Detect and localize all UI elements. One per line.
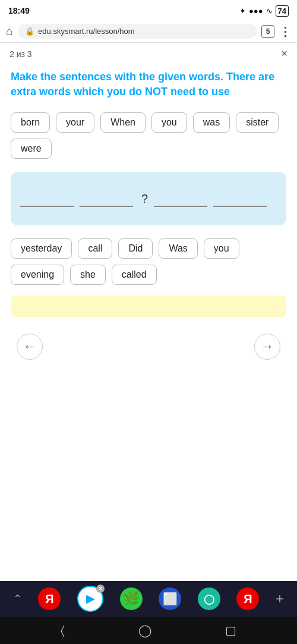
android-back-icon[interactable]: 〈 xyxy=(61,624,65,637)
forward-button[interactable]: → xyxy=(254,334,280,360)
hint-bar xyxy=(11,296,286,317)
word-chip-called[interactable]: called xyxy=(112,265,157,285)
status-time: 18:49 xyxy=(8,6,30,15)
status-bar: 18:49 ✦ ●●● ∿ 74 xyxy=(0,0,297,20)
main-content: Make the sentences with the given words.… xyxy=(0,64,297,581)
word-chip-yesterday[interactable]: yesterday xyxy=(11,238,72,259)
wifi-icon: ∿ xyxy=(266,7,273,15)
android-nav-bar: 〈 ◯ ▢ xyxy=(0,617,297,644)
home-icon[interactable]: ⌂ xyxy=(6,24,13,38)
word-chip-you1[interactable]: you xyxy=(151,112,187,133)
tab-count[interactable]: 5 xyxy=(261,25,274,38)
progress-area: 2 из 3 × xyxy=(0,43,297,64)
lock-icon: 🔒 xyxy=(25,27,34,36)
taskbar-app-play[interactable]: ▶ ✕ xyxy=(77,586,103,612)
back-button[interactable]: ← xyxy=(17,334,43,360)
android-recents-icon[interactable]: ▢ xyxy=(225,623,236,637)
word-chip-was[interactable]: was xyxy=(193,112,230,133)
android-home-icon[interactable]: ◯ xyxy=(138,623,151,637)
word-chips-set2: yesterday call Did Was you evening she c… xyxy=(11,238,286,285)
word-chips-set1: born your When you was sister were xyxy=(11,112,286,159)
taskbar-chevron-icon[interactable]: ⌃ xyxy=(13,592,22,605)
word-chip-were[interactable]: were xyxy=(11,139,52,159)
more-menu-icon[interactable]: ⋮ xyxy=(279,24,291,39)
battery-indicator: 74 xyxy=(276,5,289,17)
answer-slot-2[interactable] xyxy=(80,190,133,207)
url-box[interactable]: 🔒 edu.skysmart.ru/lesson/hom xyxy=(18,24,257,39)
status-icons: ✦ ●●● ∿ 74 xyxy=(239,5,289,17)
word-chip-you2[interactable]: you xyxy=(204,238,239,259)
bluetooth-icon: ✦ xyxy=(239,7,246,15)
close-button[interactable]: × xyxy=(281,48,287,60)
answer-slot-4[interactable] xyxy=(213,190,267,207)
answer-slot-1[interactable] xyxy=(20,190,74,207)
word-chip-she[interactable]: she xyxy=(70,265,106,285)
close-x-badge: ✕ xyxy=(96,585,105,593)
taskbar-app-yandex2[interactable]: Я xyxy=(236,588,259,610)
word-chip-was2[interactable]: Was xyxy=(159,238,197,259)
word-chip-when[interactable]: When xyxy=(100,112,146,133)
answer-area[interactable]: ? xyxy=(11,172,286,225)
word-chip-did[interactable]: Did xyxy=(118,238,153,259)
word-chip-evening[interactable]: evening xyxy=(11,265,64,285)
word-chip-sister[interactable]: sister xyxy=(236,112,279,133)
browser-bar: ⌂ 🔒 edu.skysmart.ru/lesson/hom 5 ⋮ xyxy=(0,20,297,43)
signal-icon: ●●● xyxy=(249,7,263,15)
taskbar-plus-icon[interactable]: + xyxy=(276,590,284,607)
question-mark: ? xyxy=(141,192,148,206)
taskbar-app-yandex[interactable]: Я xyxy=(38,588,61,610)
word-chip-call[interactable]: call xyxy=(78,238,112,259)
word-chip-born[interactable]: born xyxy=(11,112,50,133)
instruction-text: Make the sentences with the given words.… xyxy=(11,70,286,99)
taskbar: ⌃ Я ▶ ✕ 🌿 ⬜ ◯ Я + xyxy=(0,581,297,617)
word-chip-your[interactable]: your xyxy=(56,112,94,133)
taskbar-app-teal[interactable]: ◯ xyxy=(198,588,220,610)
taskbar-app-green[interactable]: 🌿 xyxy=(120,588,143,610)
nav-buttons: ← → xyxy=(11,329,286,365)
url-text: edu.skysmart.ru/lesson/hom xyxy=(38,27,135,36)
taskbar-app-windows[interactable]: ⬜ xyxy=(159,588,181,610)
progress-text: 2 из 3 xyxy=(10,49,32,59)
answer-slot-3[interactable] xyxy=(154,190,207,207)
play-icon: ▶ xyxy=(86,592,94,605)
